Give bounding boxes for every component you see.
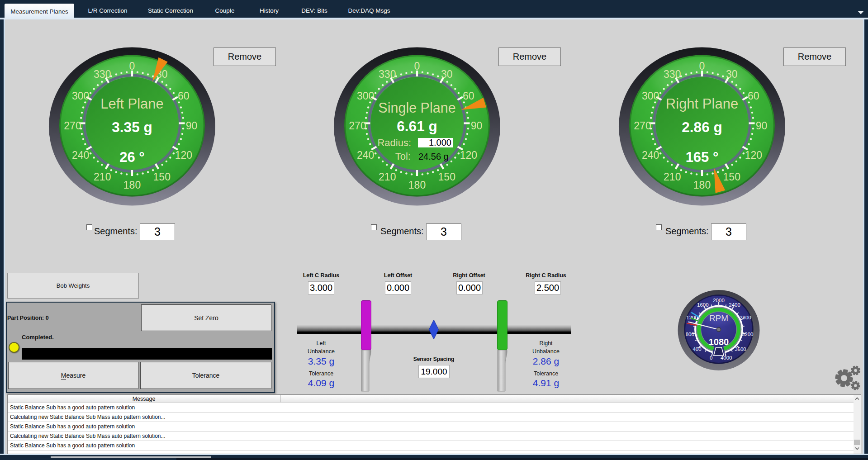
svg-text:60: 60 — [463, 90, 474, 102]
svg-text:RPM: RPM — [709, 313, 728, 323]
svg-text:270: 270 — [634, 120, 651, 132]
svg-text:270: 270 — [64, 120, 81, 132]
svg-text:60: 60 — [178, 90, 190, 102]
svg-text:2400: 2400 — [729, 302, 740, 308]
svg-text:Tol:: Tol: — [395, 151, 411, 162]
svg-text:3600: 3600 — [735, 346, 746, 352]
svg-text:165 °: 165 ° — [686, 149, 719, 165]
svg-text:6.61 g: 6.61 g — [397, 118, 437, 134]
svg-text:240: 240 — [642, 149, 659, 161]
svg-text:0: 0 — [129, 60, 135, 72]
svg-text:210: 210 — [94, 171, 111, 183]
svg-text:330: 330 — [94, 68, 111, 80]
svg-text:30: 30 — [441, 68, 453, 80]
svg-text:400: 400 — [693, 346, 701, 352]
svg-text:180: 180 — [123, 179, 141, 191]
svg-text:180: 180 — [693, 179, 711, 191]
svg-text:90: 90 — [186, 120, 198, 132]
svg-text:60: 60 — [748, 90, 759, 102]
svg-text:800: 800 — [686, 332, 694, 337]
svg-text:150: 150 — [723, 171, 740, 183]
svg-text:0: 0 — [414, 60, 420, 72]
svg-text:210: 210 — [664, 171, 681, 183]
svg-text:150: 150 — [153, 171, 171, 183]
svg-text:1.000: 1.000 — [429, 138, 451, 147]
svg-text:300: 300 — [72, 90, 89, 102]
svg-text:Single Plane: Single Plane — [378, 100, 455, 116]
svg-text:Right Plane: Right Plane — [666, 96, 738, 112]
svg-text:Left Plane: Left Plane — [100, 96, 164, 112]
svg-text:90: 90 — [471, 120, 483, 132]
svg-text:3200: 3200 — [742, 332, 754, 337]
svg-text:2000: 2000 — [713, 298, 725, 303]
svg-text:240: 240 — [72, 149, 89, 161]
svg-text:300: 300 — [642, 90, 659, 102]
svg-text:0: 0 — [699, 60, 705, 72]
svg-text:26 °: 26 ° — [119, 149, 145, 165]
svg-text:90: 90 — [756, 120, 768, 132]
svg-text:120: 120 — [175, 149, 192, 161]
svg-text:270: 270 — [349, 120, 366, 132]
svg-text:300: 300 — [357, 90, 374, 102]
svg-text:2800: 2800 — [740, 315, 751, 320]
svg-text:180: 180 — [408, 179, 426, 191]
svg-text:120: 120 — [460, 149, 477, 161]
svg-text:120: 120 — [745, 149, 762, 161]
svg-text:330: 330 — [379, 68, 396, 80]
svg-text:24.56 g: 24.56 g — [418, 152, 449, 161]
svg-text:3.35 g: 3.35 g — [112, 119, 152, 135]
svg-text:Radius:: Radius: — [377, 137, 411, 148]
svg-text:210: 210 — [379, 171, 396, 183]
svg-text:1080: 1080 — [709, 337, 729, 347]
svg-text:2.86 g: 2.86 g — [682, 119, 722, 135]
svg-text:30: 30 — [726, 68, 738, 80]
svg-text:330: 330 — [664, 68, 681, 80]
svg-text:240: 240 — [357, 149, 374, 161]
svg-text:150: 150 — [438, 171, 455, 183]
svg-text:1600: 1600 — [697, 302, 709, 308]
svg-text:0: 0 — [710, 355, 712, 360]
